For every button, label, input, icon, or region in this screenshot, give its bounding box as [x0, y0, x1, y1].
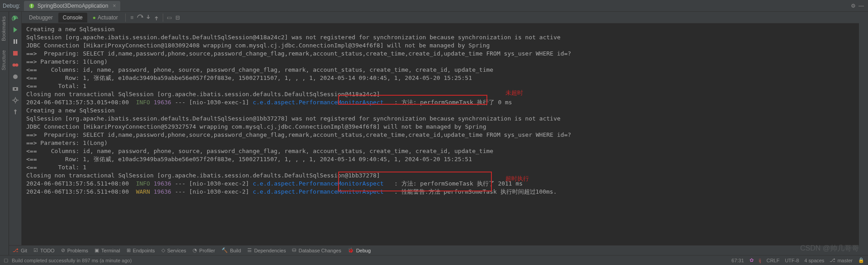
minimize-icon[interactable]: — — [857, 3, 865, 9]
console-line: 2024-06-06T13:57:56.511+08:00 WARN 19636… — [26, 188, 854, 196]
status-lock-icon[interactable]: 🔒 — [858, 257, 864, 263]
git-icon: ⎇ — [13, 247, 19, 253]
view-breakpoints-icon[interactable] — [12, 61, 19, 69]
tw-problems[interactable]: ⊘Problems — [61, 247, 88, 253]
stop-icon[interactable] — [12, 50, 19, 57]
annotation-label-timeout: 超时执行 — [505, 175, 529, 183]
debug-tab-strip: Debugger Console ●Actuator ≡ ▭ ⊟ ↵ — [22, 12, 868, 23]
status-git-branch[interactable]: ⎇master — [830, 257, 853, 263]
profiler-icon: ◔ — [193, 247, 197, 253]
svg-point-10 — [14, 99, 17, 102]
status-tool2-icon[interactable]: ĳ — [759, 258, 761, 263]
status-tool-icon[interactable]: ✿ — [750, 257, 754, 263]
branch-icon: ⎇ — [830, 257, 835, 263]
services-icon: ◇ — [161, 247, 165, 253]
console-line: Closing non transactional SqlSession [or… — [26, 172, 854, 180]
console-line: ==> Preparing: SELECT id,name,password,p… — [26, 50, 854, 58]
pause-icon[interactable] — [12, 38, 19, 45]
svg-rect-4 — [13, 51, 18, 56]
build-icon: 🔨 — [222, 247, 228, 253]
debug-tool-column — [9, 12, 22, 255]
svg-point-6 — [15, 64, 18, 67]
left-ribbon: Bookmarks Structure — [0, 12, 9, 255]
tw-git[interactable]: ⎇Git — [13, 247, 27, 253]
svg-point-5 — [12, 64, 15, 67]
status-line-sep[interactable]: CRLF — [766, 258, 779, 263]
camera-icon[interactable] — [12, 85, 19, 92]
tw-debug[interactable]: 🐞Debug — [348, 247, 371, 253]
step-over-icon[interactable] — [137, 14, 144, 21]
run-config-name: SpringBoot3DemoApplication — [38, 3, 108, 9]
console-line: JDBC Connection [HikariProxyConnection@1… — [26, 42, 854, 50]
tw-profiler[interactable]: ◔Profiler — [193, 247, 215, 253]
structure-tab[interactable]: Structure — [0, 46, 7, 75]
console-line: <== Row: 1, 张佑威, e10adc3949ba59abbe56e05… — [26, 74, 854, 82]
spring-boot-icon — [28, 3, 35, 9]
status-encoding[interactable]: UTF-8 — [785, 258, 799, 263]
console-line: Creating a new SqlSession — [26, 25, 854, 33]
console-line: 2024-06-06T13:57:53.015+08:00 INFO 19636… — [26, 98, 854, 107]
tab-debugger[interactable]: Debugger — [24, 13, 57, 23]
svg-point-1 — [31, 6, 32, 7]
status-caret-pos[interactable]: 67:31 — [731, 258, 744, 263]
debug-topbar: Debug: SpringBoot3DemoApplication × ⚙ — — [0, 0, 868, 12]
status-build-message: Build completed successfully in 897 ms (… — [12, 258, 132, 263]
pin-icon[interactable] — [12, 108, 19, 116]
console-line: <== Total: 1 — [26, 82, 854, 90]
debug-icon: 🐞 — [348, 247, 354, 253]
settings-icon[interactable] — [12, 97, 19, 104]
svg-point-7 — [13, 74, 18, 79]
bookmarks-tab[interactable]: Bookmarks — [0, 12, 7, 46]
tool-window-bar: ⎇Git ☑TODO ⊘Problems ▣Terminal ⊞Endpoint… — [9, 245, 859, 255]
tw-build[interactable]: 🔨Build — [222, 247, 241, 253]
tw-terminal[interactable]: ▣Terminal — [94, 247, 120, 253]
close-icon[interactable]: × — [113, 3, 116, 9]
console-line: <== Total: 1 — [26, 163, 854, 172]
tw-dependencies[interactable]: ☰Dependencies — [247, 247, 286, 253]
actuator-icon: ● — [93, 14, 96, 21]
step-out-icon[interactable] — [153, 14, 160, 21]
evaluate-icon[interactable]: ▭ — [166, 14, 173, 21]
console-line: <== Columns: id, name, password, phone, … — [26, 66, 854, 74]
console-output[interactable]: Creating a new SqlSession SqlSession [or… — [22, 23, 859, 255]
terminal-icon: ▣ — [94, 247, 99, 253]
console-line: SqlSession [org.apache.ibatis.session.de… — [26, 33, 854, 42]
trace-icon[interactable]: ⊟ — [174, 14, 181, 21]
tw-endpoints[interactable]: ⊞Endpoints — [127, 247, 155, 253]
gear-icon[interactable]: ⚙ — [849, 3, 857, 9]
annotation-label-not-timeout: 未超时 — [505, 89, 523, 97]
threads-icon[interactable]: ≡ — [128, 14, 136, 21]
todo-icon: ☑ — [33, 247, 38, 253]
problems-icon: ⊘ — [61, 247, 65, 253]
right-ribbon — [859, 12, 868, 255]
rerun-icon[interactable] — [12, 14, 19, 22]
console-line: <== Row: 1, 张佑威, e10adc3949ba59abbe56e05… — [26, 155, 854, 163]
endpoints-icon: ⊞ — [127, 247, 131, 253]
tw-dbchanges[interactable]: ⛁Database Changes — [292, 247, 341, 253]
console-line: ==> Parameters: 1(Long) — [26, 139, 854, 147]
svg-rect-3 — [16, 39, 17, 44]
step-into-icon[interactable] — [145, 14, 152, 21]
svg-point-9 — [14, 88, 16, 90]
dbchanges-icon: ⛁ — [292, 247, 296, 253]
run-config-tab[interactable]: SpringBoot3DemoApplication × — [24, 1, 121, 11]
console-line: Closing non transactional SqlSession [or… — [26, 90, 854, 98]
debug-label: Debug: — [3, 3, 20, 9]
tw-toggle-icon[interactable]: ▢ — [4, 257, 8, 263]
console-line: SqlSession [org.apache.ibatis.session.de… — [26, 115, 854, 123]
status-bar: ▢ Build completed successfully in 897 ms… — [0, 255, 868, 265]
console-line: ==> Parameters: 1(Long) — [26, 58, 854, 66]
dependencies-icon: ☰ — [247, 247, 252, 253]
tw-services[interactable]: ◇Services — [161, 247, 186, 253]
console-line: Creating a new SqlSession — [26, 107, 854, 115]
console-line: 2024-06-06T13:57:56.511+08:00 INFO 19636… — [26, 180, 854, 188]
tab-actuator[interactable]: ●Actuator — [88, 13, 123, 23]
console-line: JDBC Connection [HikariProxyConnection@5… — [26, 123, 854, 131]
resume-icon[interactable] — [12, 26, 19, 33]
console-line: ==> Preparing: SELECT id,name,password,p… — [26, 131, 854, 139]
mute-breakpoints-icon[interactable] — [12, 73, 19, 80]
console-line: <== Columns: id, name, password, phone, … — [26, 147, 854, 155]
tab-console[interactable]: Console — [58, 13, 87, 23]
tw-todo[interactable]: ☑TODO — [33, 247, 55, 253]
status-indent[interactable]: 4 spaces — [804, 258, 824, 263]
